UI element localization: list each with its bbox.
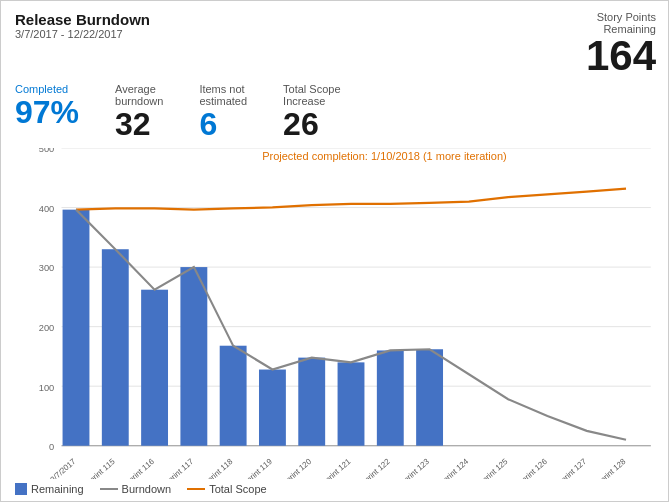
svg-text:400: 400: [39, 203, 55, 214]
total-scope-icon: [187, 488, 205, 490]
avg-burndown-value: 32: [115, 107, 151, 142]
svg-text:Sprint 127: Sprint 127: [555, 457, 588, 479]
bar-6: [298, 358, 325, 446]
bar-2: [141, 290, 168, 446]
total-scope-line: [76, 189, 626, 210]
legend: Remaining Burndown Total Scope: [15, 483, 656, 495]
metric-avg-burndown: Averageburndown 32: [115, 83, 163, 142]
metrics-row: Completed 97% Averageburndown 32 Items n…: [15, 83, 656, 142]
chart-title: Release Burndown: [15, 11, 150, 28]
bar-9: [416, 349, 443, 445]
items-not-estimated-value: 6: [199, 107, 217, 142]
svg-text:3/7/2017: 3/7/2017: [49, 457, 78, 479]
svg-text:Sprint 123: Sprint 123: [398, 457, 431, 479]
date-range: 3/7/2017 - 12/22/2017: [15, 28, 150, 40]
metric-items-not-estimated: Items notestimated 6: [199, 83, 247, 142]
dashboard-container: Release Burndown 3/7/2017 - 12/22/2017 S…: [1, 1, 669, 502]
svg-text:Sprint 121: Sprint 121: [320, 457, 353, 479]
bar-0: [63, 210, 90, 446]
svg-text:300: 300: [39, 262, 55, 273]
burndown-icon: [100, 488, 118, 490]
svg-text:Sprint 120: Sprint 120: [280, 457, 313, 479]
remaining-icon: [15, 483, 27, 495]
total-scope-value: 26: [283, 107, 319, 142]
projection-label: Projected completion: 1/10/2018 (1 more …: [262, 150, 507, 162]
svg-text:200: 200: [39, 322, 55, 333]
svg-text:Sprint 128: Sprint 128: [595, 457, 628, 479]
svg-text:Sprint 124: Sprint 124: [437, 457, 470, 479]
legend-remaining: Remaining: [15, 483, 84, 495]
bar-8: [377, 351, 404, 446]
svg-text:Sprint 125: Sprint 125: [477, 457, 510, 479]
burndown-label: Burndown: [122, 483, 172, 495]
svg-text:Sprint 126: Sprint 126: [516, 457, 549, 479]
total-scope-label: Total ScopeIncrease: [283, 83, 340, 107]
svg-text:100: 100: [39, 381, 55, 392]
chart-area: Projected completion: 1/10/2018 (1 more …: [15, 148, 656, 479]
bar-3: [180, 267, 207, 446]
total-scope-label: Total Scope: [209, 483, 266, 495]
svg-text:Sprint 116: Sprint 116: [123, 457, 156, 479]
metric-total-scope: Total ScopeIncrease 26: [283, 83, 340, 142]
svg-text:0: 0: [49, 441, 54, 452]
bar-4: [220, 346, 247, 446]
bar-7: [338, 363, 365, 446]
avg-burndown-label: Averageburndown: [115, 83, 163, 107]
completed-value: 97%: [15, 95, 79, 130]
svg-text:500: 500: [39, 148, 55, 154]
remaining-label: Remaining: [31, 483, 84, 495]
svg-text:Sprint 122: Sprint 122: [359, 457, 392, 479]
svg-text:Sprint 118: Sprint 118: [202, 457, 235, 479]
header-row: Release Burndown 3/7/2017 - 12/22/2017 S…: [15, 11, 656, 77]
story-points-block: Story PointsRemaining 164: [586, 11, 656, 77]
story-points-value: 164: [586, 32, 656, 79]
svg-text:Sprint 119: Sprint 119: [241, 457, 274, 479]
burndown-chart: 0 100 200 300 400 500: [15, 148, 656, 479]
svg-text:Sprint 115: Sprint 115: [84, 457, 117, 479]
metric-completed: Completed 97%: [15, 83, 79, 142]
items-not-estimated-label: Items notestimated: [199, 83, 247, 107]
legend-total-scope: Total Scope: [187, 483, 266, 495]
svg-text:Sprint 117: Sprint 117: [162, 457, 195, 479]
bar-1: [102, 249, 129, 446]
title-block: Release Burndown 3/7/2017 - 12/22/2017: [15, 11, 150, 40]
legend-burndown: Burndown: [100, 483, 172, 495]
bar-5: [259, 370, 286, 446]
